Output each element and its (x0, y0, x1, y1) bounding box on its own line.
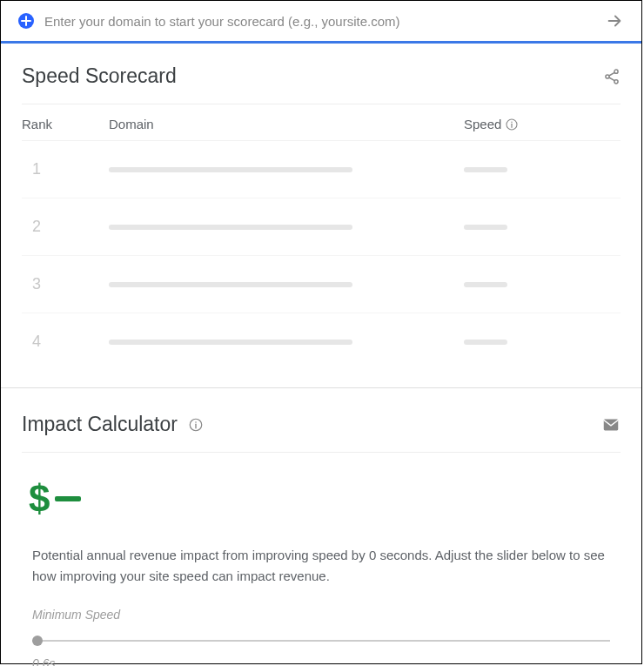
speed-placeholder (464, 340, 507, 345)
slider-value: 0.6s (32, 656, 610, 666)
revenue-value: $ (22, 453, 621, 536)
speed-slider[interactable] (32, 636, 610, 646)
svg-point-0 (614, 70, 618, 73)
table-body: 1 2 3 4 (22, 141, 621, 370)
header-speed: Speed (464, 117, 621, 131)
rank-number: 2 (22, 218, 109, 236)
speed-placeholder (464, 282, 507, 287)
rank-number: 1 (22, 160, 109, 178)
info-icon[interactable] (188, 417, 204, 433)
svg-point-2 (614, 79, 618, 83)
svg-point-1 (606, 74, 609, 77)
header-domain: Domain (109, 117, 464, 131)
slider-label: Minimum Speed (32, 608, 610, 622)
table-row: 2 (22, 198, 621, 256)
domain-placeholder (109, 282, 352, 287)
domain-placeholder (109, 225, 352, 230)
domain-placeholder (109, 340, 352, 345)
rank-number: 3 (22, 275, 109, 293)
domain-input[interactable] (44, 14, 594, 29)
svg-point-6 (195, 421, 197, 423)
info-icon[interactable] (505, 118, 519, 131)
speed-placeholder (464, 225, 507, 230)
table-row: 1 (22, 141, 621, 198)
table-headers: Rank Domain Speed (22, 104, 621, 141)
mail-icon[interactable] (601, 415, 621, 434)
table-row: 3 (22, 256, 621, 313)
svg-point-4 (512, 121, 513, 122)
scorecard-title: Speed Scorecard (22, 64, 177, 88)
table-row: 4 (22, 313, 621, 370)
impact-title: Impact Calculator (22, 413, 204, 436)
speed-placeholder (464, 167, 507, 172)
slider-thumb[interactable] (32, 636, 43, 646)
rank-number: 4 (22, 333, 109, 351)
impact-description: Potential annual revenue impact from imp… (22, 536, 621, 587)
share-icon[interactable] (603, 68, 621, 85)
add-domain-icon[interactable] (18, 13, 34, 29)
submit-arrow-icon[interactable] (605, 11, 624, 30)
currency-symbol: $ (29, 477, 50, 521)
header-rank: Rank (22, 117, 109, 131)
domain-placeholder (109, 167, 352, 172)
revenue-placeholder (55, 496, 81, 501)
